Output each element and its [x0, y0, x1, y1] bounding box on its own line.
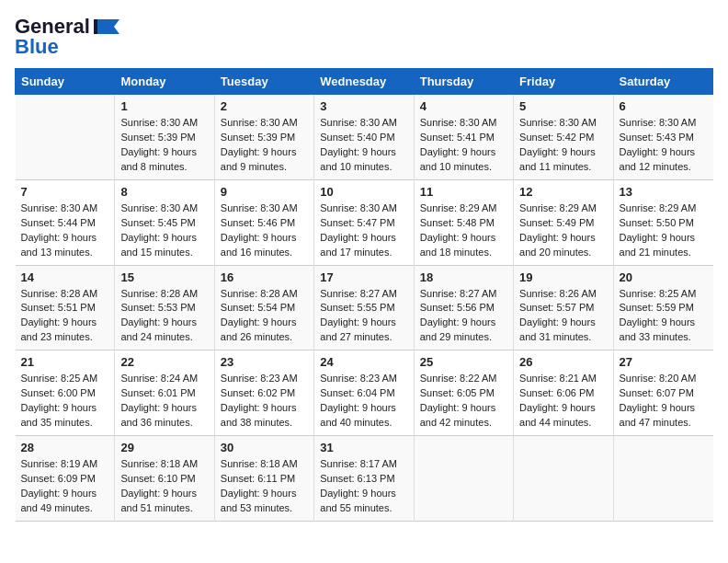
- calendar-cell: 7Sunrise: 8:30 AMSunset: 5:44 PMDaylight…: [16, 179, 115, 265]
- calendar-table: SundayMondayTuesdayWednesdayThursdayFrid…: [15, 68, 713, 522]
- sunrise-text: Sunrise: 8:17 AM: [320, 458, 397, 469]
- week-row-5: 28Sunrise: 8:19 AMSunset: 6:09 PMDayligh…: [16, 436, 713, 522]
- cell-content: Sunrise: 8:30 AMSunset: 5:46 PMDaylight:…: [221, 201, 308, 260]
- sunset-text: Sunset: 6:00 PM: [21, 387, 96, 398]
- calendar-cell: 29Sunrise: 8:18 AMSunset: 6:10 PMDayligh…: [115, 436, 214, 522]
- calendar-cell: 19Sunrise: 8:26 AMSunset: 5:57 PMDayligh…: [514, 265, 613, 350]
- daylight-text: Daylight: 9 hours and 20 minutes.: [519, 232, 596, 258]
- day-number: 22: [120, 355, 208, 369]
- column-header-monday: Monday: [115, 69, 214, 95]
- sunset-text: Sunset: 5:51 PM: [21, 302, 96, 313]
- calendar-cell: 4Sunrise: 8:30 AMSunset: 5:41 PMDaylight…: [414, 95, 513, 180]
- cell-content: Sunrise: 8:29 AMSunset: 5:48 PMDaylight:…: [420, 201, 507, 260]
- daylight-text: Daylight: 9 hours and 49 minutes.: [21, 488, 97, 513]
- cell-content: Sunrise: 8:28 AMSunset: 5:54 PMDaylight:…: [221, 287, 308, 346]
- day-number: 21: [21, 355, 109, 369]
- sunset-text: Sunset: 5:39 PM: [221, 132, 295, 143]
- cell-content: Sunrise: 8:27 AMSunset: 5:55 PMDaylight:…: [320, 287, 407, 346]
- sunrise-text: Sunrise: 8:20 AM: [620, 373, 697, 384]
- sunrise-text: Sunrise: 8:28 AM: [120, 288, 198, 299]
- sunset-text: Sunset: 6:09 PM: [21, 473, 96, 484]
- sunrise-text: Sunrise: 8:18 AM: [221, 458, 298, 469]
- logo-flag-icon: [94, 17, 119, 36]
- day-number: 3: [320, 99, 407, 113]
- calendar-cell: 23Sunrise: 8:23 AMSunset: 6:02 PMDayligh…: [214, 350, 313, 436]
- calendar-cell: 31Sunrise: 8:17 AMSunset: 6:13 PMDayligh…: [314, 436, 414, 522]
- sunrise-text: Sunrise: 8:30 AM: [420, 117, 497, 128]
- daylight-text: Daylight: 9 hours and 27 minutes.: [320, 316, 396, 342]
- sunset-text: Sunset: 5:44 PM: [21, 217, 96, 228]
- sunrise-text: Sunrise: 8:30 AM: [221, 202, 298, 213]
- column-header-thursday: Thursday: [414, 69, 513, 95]
- cell-content: Sunrise: 8:29 AMSunset: 5:50 PMDaylight:…: [620, 201, 708, 260]
- sunset-text: Sunset: 5:55 PM: [320, 302, 394, 313]
- sunrise-text: Sunrise: 8:21 AM: [519, 373, 597, 384]
- sunset-text: Sunset: 5:40 PM: [320, 132, 394, 143]
- daylight-text: Daylight: 9 hours and 36 minutes.: [120, 402, 197, 428]
- sunrise-text: Sunrise: 8:27 AM: [420, 288, 497, 299]
- cell-content: Sunrise: 8:30 AMSunset: 5:47 PMDaylight:…: [320, 201, 407, 260]
- cell-content: Sunrise: 8:21 AMSunset: 6:06 PMDaylight:…: [519, 372, 607, 431]
- calendar-cell: 27Sunrise: 8:20 AMSunset: 6:07 PMDayligh…: [613, 350, 712, 436]
- day-number: 23: [221, 355, 308, 369]
- cell-content: Sunrise: 8:23 AMSunset: 6:02 PMDaylight:…: [221, 372, 308, 431]
- week-row-3: 14Sunrise: 8:28 AMSunset: 5:51 PMDayligh…: [16, 265, 713, 350]
- cell-content: Sunrise: 8:18 AMSunset: 6:11 PMDaylight:…: [221, 457, 308, 516]
- sunrise-text: Sunrise: 8:23 AM: [221, 373, 298, 384]
- cell-content: Sunrise: 8:24 AMSunset: 6:01 PMDaylight:…: [120, 372, 208, 431]
- daylight-text: Daylight: 9 hours and 10 minutes.: [420, 146, 496, 172]
- daylight-text: Daylight: 9 hours and 23 minutes.: [21, 316, 97, 342]
- sunset-text: Sunset: 6:06 PM: [519, 387, 594, 398]
- day-number: 10: [320, 185, 407, 199]
- daylight-text: Daylight: 9 hours and 33 minutes.: [620, 316, 696, 342]
- sunset-text: Sunset: 5:54 PM: [221, 302, 295, 313]
- daylight-text: Daylight: 9 hours and 47 minutes.: [620, 402, 696, 428]
- day-number: 1: [120, 99, 208, 113]
- cell-content: Sunrise: 8:25 AMSunset: 5:59 PMDaylight:…: [620, 287, 708, 346]
- sunrise-text: Sunrise: 8:19 AM: [21, 458, 98, 469]
- calendar-cell: 13Sunrise: 8:29 AMSunset: 5:50 PMDayligh…: [613, 179, 712, 265]
- sunrise-text: Sunrise: 8:25 AM: [620, 288, 697, 299]
- daylight-text: Daylight: 9 hours and 42 minutes.: [420, 402, 496, 428]
- sunrise-text: Sunrise: 8:27 AM: [320, 288, 397, 299]
- cell-content: Sunrise: 8:30 AMSunset: 5:41 PMDaylight:…: [420, 116, 507, 175]
- day-number: 18: [420, 270, 507, 284]
- cell-content: Sunrise: 8:28 AMSunset: 5:51 PMDaylight:…: [21, 287, 109, 346]
- cell-content: Sunrise: 8:30 AMSunset: 5:45 PMDaylight:…: [120, 201, 208, 260]
- daylight-text: Daylight: 9 hours and 11 minutes.: [519, 146, 596, 172]
- sunrise-text: Sunrise: 8:25 AM: [21, 373, 98, 384]
- day-number: 11: [420, 185, 507, 199]
- sunset-text: Sunset: 6:13 PM: [320, 473, 394, 484]
- calendar-cell: 1Sunrise: 8:30 AMSunset: 5:39 PMDaylight…: [115, 95, 214, 180]
- daylight-text: Daylight: 9 hours and 9 minutes.: [221, 146, 297, 172]
- day-number: 16: [221, 270, 308, 284]
- calendar-cell: 24Sunrise: 8:23 AMSunset: 6:04 PMDayligh…: [314, 350, 414, 436]
- sunrise-text: Sunrise: 8:22 AM: [420, 373, 497, 384]
- sunrise-text: Sunrise: 8:30 AM: [519, 117, 597, 128]
- day-number: 5: [519, 99, 607, 113]
- calendar-cell: 3Sunrise: 8:30 AMSunset: 5:40 PMDaylight…: [314, 95, 414, 180]
- sunrise-text: Sunrise: 8:30 AM: [320, 117, 397, 128]
- sunrise-text: Sunrise: 8:30 AM: [120, 202, 198, 213]
- sunset-text: Sunset: 5:45 PM: [120, 217, 195, 228]
- sunset-text: Sunset: 5:50 PM: [620, 217, 694, 228]
- sunset-text: Sunset: 5:46 PM: [221, 217, 295, 228]
- sunrise-text: Sunrise: 8:23 AM: [320, 373, 397, 384]
- day-number: 20: [620, 270, 708, 284]
- day-number: 4: [420, 99, 507, 113]
- day-number: 17: [320, 270, 407, 284]
- calendar-cell: 8Sunrise: 8:30 AMSunset: 5:45 PMDaylight…: [115, 179, 214, 265]
- sunrise-text: Sunrise: 8:30 AM: [221, 117, 298, 128]
- daylight-text: Daylight: 9 hours and 44 minutes.: [519, 402, 596, 428]
- daylight-text: Daylight: 9 hours and 29 minutes.: [420, 316, 496, 342]
- sunset-text: Sunset: 6:05 PM: [420, 387, 495, 398]
- column-header-saturday: Saturday: [613, 69, 712, 95]
- svg-marker-0: [97, 19, 119, 34]
- day-number: 9: [221, 185, 308, 199]
- calendar-cell: 9Sunrise: 8:30 AMSunset: 5:46 PMDaylight…: [214, 179, 313, 265]
- day-number: 27: [620, 355, 708, 369]
- sunset-text: Sunset: 6:10 PM: [120, 473, 195, 484]
- column-header-tuesday: Tuesday: [214, 69, 313, 95]
- calendar-cell: [16, 95, 115, 180]
- cell-content: Sunrise: 8:28 AMSunset: 5:53 PMDaylight:…: [120, 287, 208, 346]
